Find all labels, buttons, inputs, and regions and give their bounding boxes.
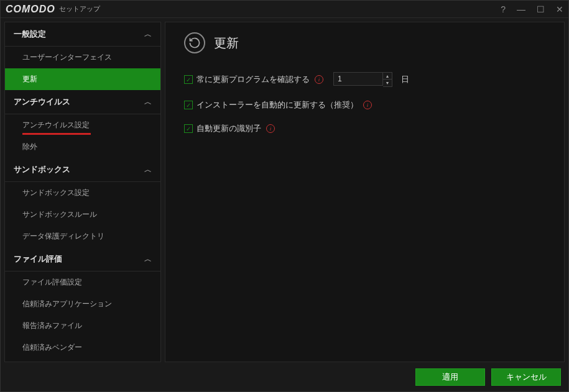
sidebar-section-label: アンチウイルス (14, 96, 70, 107)
sidebar-item-reported-files[interactable]: 報告済みファイル (5, 315, 160, 337)
button-label: 適用 (442, 371, 458, 383)
setting-label: 常に更新プログラムを確認する (197, 74, 310, 85)
info-icon[interactable]: i (266, 124, 275, 133)
minimize-icon[interactable]: — (517, 4, 525, 14)
footer: 適用 キャンセル (1, 366, 568, 388)
info-icon[interactable]: i (315, 75, 323, 84)
chevron-up-icon: ︿ (144, 29, 152, 40)
sidebar-item-ui[interactable]: ユーザーインターフェイス (5, 47, 160, 68)
sidebar-item-label: ファイル評価設定 (22, 278, 82, 286)
chevron-up-icon: ︿ (144, 165, 152, 175)
sidebar-item-trusted-apps[interactable]: 信頼済みアプリケーション (5, 293, 160, 315)
cancel-button[interactable]: キャンセル (491, 368, 561, 386)
sidebar-item-label: サンドボックス設定 (22, 188, 90, 197)
sidebar-item-label: サンドボックスルール (22, 210, 97, 219)
sidebar-item-label: 信頼済みベンダー (22, 343, 82, 352)
sidebar-item-label: 報告済みファイル (22, 321, 82, 330)
checkbox-check-updates[interactable]: ✓ (184, 75, 193, 84)
setting-auto-update-identifier: ✓ 自動更新の識別子 i (184, 123, 545, 134)
sidebar: 一般設定 ︿ ユーザーインターフェイス 更新 アンチウイルス ︿ アンチウイルス… (4, 22, 161, 362)
sidebar-item-updates[interactable]: 更新 (5, 68, 160, 90)
sidebar-section-label: ファイル評価 (14, 253, 62, 265)
titlebar: COMODO セットアップ ? — ☐ ✕ (1, 1, 568, 18)
window-title: セットアップ (59, 4, 100, 14)
sidebar-item-label: ユーザーインターフェイス (22, 53, 112, 62)
setting-label: インストーラーを自動的に更新する（推奨） (197, 99, 358, 111)
app-logo: COMODO (6, 4, 55, 15)
sidebar-section-antivirus[interactable]: アンチウイルス ︿ (5, 90, 160, 114)
days-input-wrap: ▲ ▼ (333, 72, 392, 87)
setting-label: 自動更新の識別子 (197, 123, 261, 134)
sidebar-section-file-rating[interactable]: ファイル評価 ︿ (5, 247, 160, 271)
sidebar-section-label: 一般設定 (14, 29, 46, 40)
spinner-up-icon[interactable]: ▲ (383, 73, 392, 80)
sidebar-item-label: 除外 (22, 142, 37, 151)
checkbox-auto-update-identifier[interactable]: ✓ (184, 124, 193, 133)
sidebar-item-exclusions[interactable]: 除外 (5, 136, 160, 158)
sidebar-item-label: アンチウイルス設定 (22, 121, 90, 129)
chevron-up-icon: ︿ (144, 254, 152, 265)
sidebar-item-trusted-vendors[interactable]: 信頼済みベンダー (5, 337, 160, 358)
setting-check-updates: ✓ 常に更新プログラムを確認する i ▲ ▼ 日 (184, 72, 545, 87)
days-input[interactable] (333, 72, 383, 86)
info-icon[interactable]: i (363, 101, 372, 109)
checkbox-auto-update-installer[interactable]: ✓ (184, 101, 193, 109)
days-unit: 日 (401, 74, 409, 85)
sidebar-item-data-protection[interactable]: データ保護ディレクトリ (5, 226, 160, 247)
sidebar-item-antivirus-settings[interactable]: アンチウイルス設定 (5, 114, 160, 136)
sidebar-section-general[interactable]: 一般設定 ︿ (5, 22, 160, 47)
refresh-icon (184, 32, 205, 53)
sidebar-item-label: データ保護ディレクトリ (22, 232, 104, 240)
close-icon[interactable]: ✕ (556, 4, 563, 14)
sidebar-section-sandbox[interactable]: サンドボックス ︿ (5, 158, 160, 182)
setting-auto-update-installer: ✓ インストーラーを自動的に更新する（推奨） i (184, 99, 545, 111)
spinner-down-icon[interactable]: ▼ (383, 80, 392, 86)
help-icon[interactable]: ? (501, 4, 506, 14)
apply-button[interactable]: 適用 (415, 368, 485, 386)
days-spinner: ▲ ▼ (383, 72, 392, 87)
sidebar-section-label: サンドボックス (14, 164, 70, 175)
content-panel: 更新 ✓ 常に更新プログラムを確認する i ▲ ▼ 日 ✓ インストーラーを自動… (165, 22, 565, 362)
sidebar-item-label: 信頼済みアプリケーション (22, 299, 112, 308)
sidebar-item-sandbox-rules[interactable]: サンドボックスルール (5, 204, 160, 226)
sidebar-item-label: 更新 (22, 75, 37, 83)
chevron-up-icon: ︿ (144, 97, 152, 107)
sidebar-item-sandbox-settings[interactable]: サンドボックス設定 (5, 182, 160, 204)
window-controls: ? — ☐ ✕ (501, 4, 563, 14)
button-label: キャンセル (506, 371, 547, 383)
sidebar-item-file-rating-settings[interactable]: ファイル評価設定 (5, 271, 160, 293)
maximize-icon[interactable]: ☐ (537, 4, 545, 14)
content-header: 更新 (184, 32, 545, 53)
page-title: 更新 (214, 35, 239, 52)
